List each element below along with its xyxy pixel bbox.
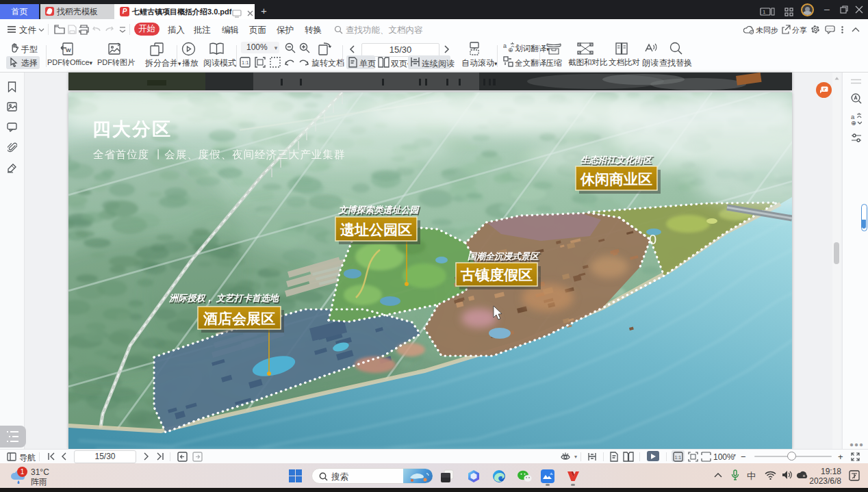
svg-text:国潮全沉浸式景区: 国潮全沉浸式景区 bbox=[468, 251, 541, 261]
svg-text:休闲商业区: 休闲商业区 bbox=[580, 171, 652, 187]
svg-text:0: 0 bbox=[649, 232, 656, 247]
svg-text:全省首位度 丨会展、度假、夜间经济三大产业集群: 全省首位度 丨会展、度假、夜间经济三大产业集群 bbox=[93, 148, 345, 160]
svg-text:四大分区: 四大分区 bbox=[92, 119, 172, 140]
svg-text:文博探索类遗址公园: 文博探索类遗址公园 bbox=[338, 205, 420, 215]
svg-text:生态沿江文化街区: 生态沿江文化街区 bbox=[580, 155, 654, 165]
svg-text:1:1: 1:1 bbox=[242, 60, 248, 66]
svg-text:a: a bbox=[503, 42, 507, 49]
svg-text:1:1: 1:1 bbox=[675, 455, 682, 460]
svg-text:1: 1 bbox=[763, 9, 766, 15]
svg-text:酒店会展区: 酒店会展区 bbox=[203, 311, 275, 326]
svg-text:遗址公园区: 遗址公园区 bbox=[340, 222, 412, 237]
svg-text:⊕: ⊕ bbox=[508, 47, 513, 53]
svg-text:洲际授权， 文艺打卡首选地: 洲际授权， 文艺打卡首选地 bbox=[168, 293, 279, 303]
svg-text:⊕: ⊕ bbox=[851, 119, 856, 125]
svg-text:古镇度假区: 古镇度假区 bbox=[460, 267, 533, 283]
svg-text:W: W bbox=[66, 47, 71, 53]
